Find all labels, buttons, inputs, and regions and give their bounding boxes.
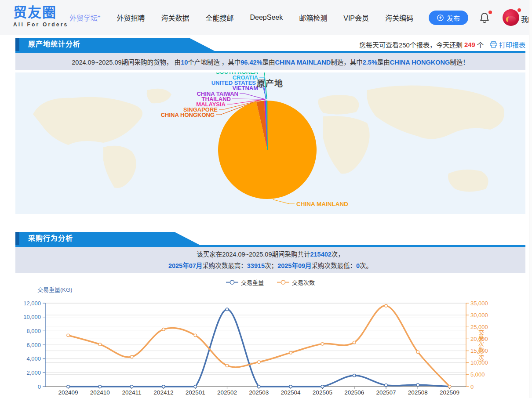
summary-text: 215402 — [310, 251, 331, 258]
line-chart-svg: 02,0004,0006,0008,00010,00012,00005,0001… — [15, 273, 525, 398]
svg-text:202506: 202506 — [344, 389, 364, 396]
svg-text:202501: 202501 — [186, 389, 205, 396]
plus-circle-icon — [437, 14, 444, 21]
printer-icon — [490, 41, 497, 48]
svg-text:6,000: 6,000 — [26, 342, 41, 348]
svg-text:CROATIA: CROATIA — [233, 74, 259, 81]
quota-remaining: 249 — [464, 41, 475, 48]
quota-prefix: 您每天可查看250个报表，今天还剩 — [359, 40, 463, 49]
print-report-button[interactable]: 打印报表 — [490, 40, 525, 49]
svg-text:2,000: 2,000 — [26, 369, 41, 376]
pie-chart-svg: CHINA HONGKONGSINGAPOREMALAYSIATHAILANDC… — [15, 72, 525, 214]
page: 贸友圈 All For Orders 外贸学坛+外贸招聘海关数据全能搜邮Deep… — [0, 0, 532, 398]
svg-text:30,000: 30,000 — [470, 312, 488, 318]
svg-text:CHINA TAIWAN: CHINA TAIWAN — [197, 90, 238, 97]
ribbon-edge — [15, 38, 19, 53]
report-quota: 您每天可查看250个报表，今天还剩 249 个 打印报表 — [359, 39, 525, 50]
left-axis-title: 交易重量(KG) — [37, 285, 72, 293]
nav-item-7[interactable]: 海关编码 — [385, 12, 413, 23]
brand-tagline: All For Orders — [13, 22, 70, 28]
legend-label: 交易重量 — [241, 278, 264, 286]
summary-text: 采购次数最低： — [312, 262, 357, 269]
svg-text:12,000: 12,000 — [23, 300, 41, 307]
nav-item-0[interactable]: 外贸学坛+ — [69, 12, 100, 23]
origin-section-title: 原产地统计分析 — [19, 38, 215, 51]
legend-label: 交易次数 — [292, 278, 315, 286]
svg-text:202502: 202502 — [217, 389, 237, 396]
nav-item-5[interactable]: 邮箱检测 — [299, 12, 327, 23]
publish-button[interactable]: 发布 — [429, 11, 468, 25]
summary-text: CHINA MAINLAND — [275, 59, 331, 66]
svg-text:202410: 202410 — [90, 389, 110, 396]
svg-text:4,000: 4,000 — [26, 355, 41, 362]
svg-text:202508: 202508 — [408, 389, 428, 396]
publish-label: 发布 — [447, 13, 460, 22]
summary-text: 96.42% — [240, 59, 262, 66]
svg-text:202505: 202505 — [313, 389, 332, 396]
pie-chart-title: 原产地 — [257, 77, 283, 89]
print-report-label: 打印报表 — [499, 40, 525, 49]
nav-item-1[interactable]: 外贸招聘 — [117, 12, 145, 23]
nav-list: 外贸学坛+外贸招聘海关数据全能搜邮DeepSeek邮箱检测VIP会员海关编码 — [69, 0, 413, 35]
svg-text:SOUTH KOREA: SOUTH KOREA — [216, 72, 259, 75]
summary-text: CHINA HONGKONG — [390, 59, 450, 66]
notifications-button[interactable] — [478, 11, 492, 25]
summary-text: 个产地制造 ，其中 — [188, 59, 240, 66]
notification-badge — [488, 11, 492, 14]
summary-text: 制造！ — [450, 59, 469, 66]
svg-text:202507: 202507 — [376, 389, 396, 396]
summary-text: 次， — [332, 251, 344, 258]
purchase-summary: 该买家在2024.09~2025.09期间采购共计215402次， 2025年0… — [15, 247, 525, 273]
svg-text:0: 0 — [470, 384, 474, 390]
summary-text: 0 — [356, 262, 360, 269]
svg-text:5,000: 5,000 — [470, 371, 485, 378]
svg-text:202412: 202412 — [153, 389, 173, 396]
legend-item-1[interactable]: 交易次数 — [277, 278, 315, 286]
top-nav: 贸友圈 All For Orders 外贸学坛+外贸招聘海关数据全能搜邮Deep… — [0, 0, 532, 35]
brand-logo[interactable]: 贸友圈 All For Orders — [13, 5, 70, 28]
right-axis-title: 交易次数(次) — [477, 329, 485, 362]
svg-text:202411: 202411 — [122, 389, 142, 396]
avatar-badge — [517, 8, 521, 12]
ribbon-edge — [15, 232, 19, 247]
nav-item-6[interactable]: VIP会员 — [343, 12, 369, 23]
legend-item-0[interactable]: 交易重量 — [226, 278, 264, 286]
brand-name: 贸友圈 — [13, 5, 70, 20]
summary-text: 采购次数最高： — [202, 262, 247, 269]
chart-legend: 交易重量交易次数 — [15, 278, 525, 286]
legend-marker-icon — [226, 279, 238, 285]
svg-text:35,000: 35,000 — [470, 300, 488, 307]
summary-text: 制造，其中 — [331, 59, 363, 66]
summary-text: 10 — [181, 59, 188, 66]
origin-summary: 2024.09~2025.09期间采购的货物， 由10个产地制造 ，其中96.4… — [15, 53, 525, 70]
summary-text: 是由 — [262, 59, 275, 66]
summary-text: 次。 — [360, 262, 372, 269]
summary-text: 2025年07月 — [168, 262, 202, 269]
summary-text: 是由 — [377, 59, 390, 66]
svg-text:202409: 202409 — [58, 389, 78, 396]
summary-text: 2025年09月 — [277, 262, 311, 269]
svg-text:202504: 202504 — [281, 389, 301, 396]
quota-suffix: 个 — [477, 40, 484, 49]
summary-text: 2.5% — [363, 59, 377, 66]
summary-text: 次； — [265, 262, 277, 269]
svg-text:202509: 202509 — [440, 389, 459, 396]
scrollbar-track[interactable] — [529, 0, 532, 398]
svg-text:0: 0 — [38, 384, 41, 390]
nav-item-3[interactable]: 全能搜邮 — [205, 12, 233, 23]
svg-text:202503: 202503 — [249, 389, 269, 396]
avatar[interactable] — [503, 9, 519, 26]
origin-pie-chart: CHINA HONGKONGSINGAPOREMALAYSIATHAILANDC… — [15, 72, 525, 214]
svg-text:CHINA MAINLAND: CHINA MAINLAND — [296, 201, 348, 207]
purchase-line-chart: 交易重量交易次数 交易重量(KG) 交易次数(次) 02,0004,0006,0… — [15, 273, 525, 398]
purchase-section-title: 采购行为分析 — [19, 232, 200, 245]
legend-marker-icon — [277, 279, 289, 285]
summary-text: 33915 — [247, 262, 265, 269]
summary-text: 该买家在2024.09~2025.09期间采购共计 — [197, 251, 310, 258]
svg-text:10,000: 10,000 — [23, 314, 41, 320]
svg-text:8,000: 8,000 — [26, 328, 41, 334]
nav-item-4[interactable]: DeepSeek — [250, 14, 283, 22]
summary-text: 2024.09~2025.09期间采购的货物， 由 — [72, 59, 181, 66]
nav-item-2[interactable]: 海关数据 — [161, 12, 189, 23]
